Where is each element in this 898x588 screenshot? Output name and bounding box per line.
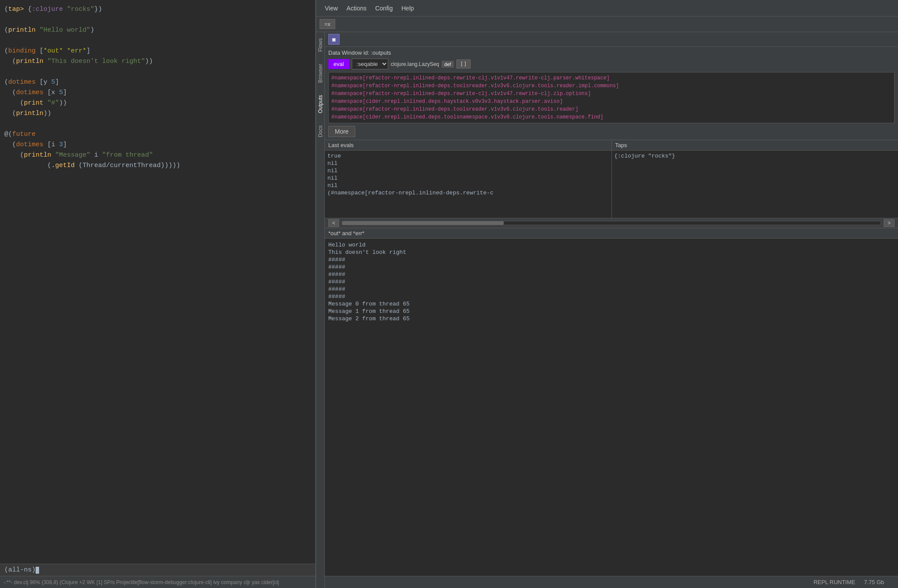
scroll-right-button[interactable]: > [884, 219, 895, 227]
out-line: ##### [328, 278, 895, 286]
seqable-select-wrapper: :seqable [352, 59, 388, 69]
editor-panel: (tap> {:clojure "rocks"}) (println "Hell… [0, 0, 316, 588]
code-line: (println "Message" i "from thread" [4, 150, 313, 161]
menubar-item-help[interactable]: Help [397, 3, 418, 13]
code-line [4, 67, 313, 77]
menubar-item-config[interactable]: Config [371, 3, 397, 13]
scroll-bar-area[interactable] [342, 221, 881, 225]
side-tabs-container: FlowsBrowserOutputsDocs ▣ Data Window id… [316, 32, 898, 588]
code-line: (dotimes [x 5] [4, 88, 313, 98]
namespace-item[interactable]: #namespace[refactor-nrepl.inlined-deps.r… [331, 74, 891, 82]
data-window: Data Window id: :outputs eval :seqable c… [325, 47, 898, 140]
evals-taps-section: Last evals Taps truenilnilnilnil(#namesp… [325, 140, 898, 218]
def-badge: def [442, 61, 453, 68]
menubar-item-actions[interactable]: Actions [342, 3, 371, 13]
editor-content: (tap> {:clojure "rocks"}) (println "Hell… [0, 0, 315, 564]
eval-item: nil [327, 182, 609, 189]
seqable-select[interactable]: :seqable [352, 59, 388, 69]
scroll-left-button[interactable]: < [328, 219, 339, 227]
vtab-browser[interactable]: Browser [317, 62, 324, 85]
namespace-item[interactable]: #namespace[refactor-nrepl.inlined-deps.t… [331, 105, 891, 113]
data-window-header: Data Window id: :outputs [328, 49, 895, 56]
out-line: Hello world [328, 241, 895, 249]
namespace-item[interactable]: #namespace[refactor-nrepl.inlined-deps.r… [331, 90, 891, 98]
namespace-list: #namespace[refactor-nrepl.inlined-deps.r… [328, 72, 895, 123]
memory-label: 7.75 Gb [864, 579, 884, 585]
code-line [4, 36, 313, 46]
namespace-item[interactable]: #namespace[refactor-nrepl.inlined-deps.t… [331, 82, 891, 90]
fx-button[interactable]: =x [320, 19, 335, 29]
status-bar: -:**- dev.clj 96% (308,8) (Clojure +2 WK… [0, 576, 315, 588]
code-line: (println "This doesn't look right")) [4, 56, 313, 67]
right-status-bar: REPL RUNTIME 7.75 Gb [325, 576, 898, 588]
cursor [36, 567, 39, 574]
vtab-docs[interactable]: Docs [317, 124, 324, 139]
evals-taps-body: truenilnilnilnil(#namespace[refactor-nre… [325, 151, 898, 218]
vtab-flows[interactable]: Flows [317, 36, 324, 53]
code-line: (dotimes [y 5] [4, 77, 313, 88]
out-err-content: Hello worldThis doesn't look right######… [325, 239, 898, 576]
menubar-item-view[interactable]: View [320, 3, 342, 13]
right-panel: ViewActionsConfigHelp =x FlowsBrowserOut… [316, 0, 898, 588]
out-err-section: *out* and *err* Hello worldThis doesn't … [325, 228, 898, 576]
icon-toolbar: ▣ [325, 32, 898, 47]
evals-taps-header: Last evals Taps [325, 140, 898, 151]
taps-col: {:clojure "rocks"} [612, 151, 898, 218]
copy-button[interactable]: [] [456, 59, 471, 69]
more-button[interactable]: More [328, 126, 355, 137]
out-line: Message 0 from thread 65 [328, 300, 895, 308]
content-area: ▣ Data Window id: :outputs eval :seqable… [325, 32, 898, 588]
code-line: (binding [*out* *err*] [4, 46, 313, 56]
code-line: (tap> {:clojure "rocks"}) [4, 4, 313, 15]
eval-button[interactable]: eval [328, 59, 349, 69]
taps-header: Taps [612, 140, 898, 150]
code-line: (.getId (Thread/currentThread))))) [4, 161, 313, 171]
out-line: ##### [328, 256, 895, 263]
out-line: Message 1 from thread 65 [328, 308, 895, 315]
editor-input-line[interactable]: (all-ns) [0, 564, 315, 576]
code-line: @(future [4, 129, 313, 140]
icon-button[interactable]: ▣ [328, 34, 340, 45]
namespace-item[interactable]: #namespace[cider.nrepl.inlined.deps.hays… [331, 98, 891, 105]
tap-item: {:clojure "rocks"} [614, 152, 896, 160]
out-line: Message 2 from thread 65 [328, 315, 895, 322]
vertical-tabs: FlowsBrowserOutputsDocs [316, 32, 325, 588]
out-line: ##### [328, 293, 895, 300]
out-err-header: *out* and *err* [325, 228, 898, 239]
code-line [4, 15, 313, 25]
code-line: (print "#")) [4, 98, 313, 108]
out-line: ##### [328, 271, 895, 278]
eval-item: nil [327, 160, 609, 167]
main-container: (tap> {:clojure "rocks"}) (println "Hell… [0, 0, 898, 588]
menubar: ViewActionsConfigHelp [316, 0, 898, 16]
evals-col: truenilnilnilnil(#namespace[refactor-nre… [325, 151, 612, 218]
namespace-item[interactable]: #namespace[cider.nrepl.inlined.deps.tool… [331, 113, 891, 121]
code-line: (println "Hello world") [4, 25, 313, 36]
out-line: ##### [328, 263, 895, 271]
editor-input-text: (all-ns) [4, 566, 36, 574]
eval-item: true [327, 152, 609, 160]
eval-item: nil [327, 174, 609, 182]
eval-item: nil [327, 167, 609, 174]
code-line: (println)) [4, 108, 313, 119]
out-line: This doesn't look right [328, 249, 895, 256]
lazy-seq-badge: clojure.lang.LazySeq [391, 61, 439, 67]
eval-item: (#namespace[refactor-nrepl.inlined-deps.… [327, 189, 609, 197]
status-bar-text: -:**- dev.clj 96% (308,8) (Clojure +2 WK… [3, 579, 279, 585]
vtab-outputs[interactable]: Outputs [317, 93, 324, 115]
toolbar-row: =x [316, 16, 898, 32]
scroll-controls: < > [325, 218, 898, 228]
scroll-thumb [342, 221, 504, 225]
last-evals-header: Last evals [325, 140, 612, 150]
repl-runtime-label: REPL RUNTIME [813, 579, 855, 585]
out-line: ##### [328, 286, 895, 293]
code-line [4, 119, 313, 129]
data-window-controls: eval :seqable clojure.lang.LazySeq def [… [328, 59, 895, 69]
code-line: (dotimes [i 3] [4, 140, 313, 150]
